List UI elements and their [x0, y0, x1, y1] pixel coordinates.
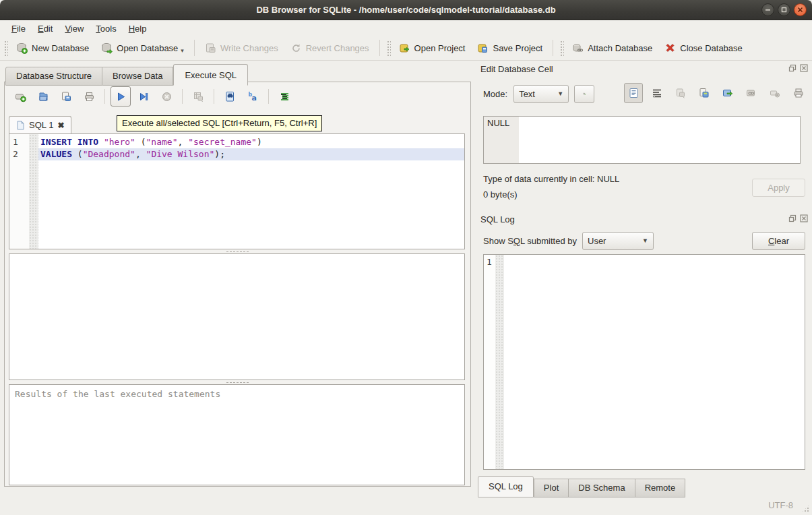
new-sql-tab-button[interactable]	[10, 86, 30, 107]
export-cell-data-button[interactable]	[695, 83, 714, 103]
word-wrap-button[interactable]	[648, 83, 666, 103]
open-project-button[interactable]: Open Project	[393, 39, 472, 57]
save-sql-file-button[interactable]	[56, 86, 76, 107]
toolbar-drag-handle[interactable]	[386, 40, 391, 56]
print-button[interactable]	[79, 86, 99, 107]
tab-database-structure[interactable]: Database Structure	[5, 67, 102, 86]
float-icon	[788, 64, 797, 72]
results-grid[interactable]	[9, 253, 465, 380]
sql-tab-close-icon[interactable]: ✖	[57, 121, 64, 130]
edit-cell-title: Edit Database Cell	[475, 64, 553, 74]
format-sql-button[interactable]	[274, 86, 294, 107]
write-changes-icon	[205, 42, 216, 54]
sql-log-view[interactable]: 1	[483, 254, 805, 470]
edit-cell-dock-header[interactable]: Edit Database Cell	[475, 62, 812, 75]
maximize-button[interactable]	[778, 3, 790, 16]
copy-link-button	[742, 83, 761, 103]
execute-current-line-button[interactable]	[133, 86, 154, 107]
code-line-1: INSERT INTO "hero" ("name", "secret_name…	[38, 136, 464, 148]
menu-view[interactable]: View	[59, 22, 90, 35]
minimize-button[interactable]	[761, 3, 774, 16]
gear-refresh-icon	[583, 88, 586, 99]
save-as-icon	[699, 88, 710, 98]
close-database-button[interactable]: Close Database	[658, 39, 749, 57]
titlebar[interactable]: DB Browser for SQLite - /home/user/code/…	[0, 0, 812, 20]
fold-margin	[29, 134, 38, 249]
encoding-indicator[interactable]: UTF-8	[768, 500, 793, 510]
save-results-icon	[193, 91, 204, 102]
results-message-area[interactable]: Results of the last executed statements	[9, 384, 465, 485]
float-dock-button[interactable]	[788, 63, 797, 73]
close-dock-icon	[800, 214, 808, 222]
autocomplete-button[interactable]: b a	[243, 86, 263, 107]
save-project-label: Save Project	[493, 43, 542, 53]
float-dock-button[interactable]	[788, 214, 797, 223]
link-icon	[746, 88, 757, 98]
toolbar-drag-handle[interactable]	[559, 40, 564, 56]
open-database-dropdown-arrow[interactable]: ▾	[181, 47, 184, 54]
open-database-label: Open Database	[117, 43, 178, 53]
save-sql-file-icon	[61, 91, 72, 102]
toolbar-separator	[182, 89, 183, 104]
text-mode-button[interactable]	[624, 83, 643, 103]
menu-tools[interactable]: Tools	[90, 22, 122, 35]
window-title: DB Browser for SQLite - /home/user/code/…	[256, 5, 555, 15]
sql-log-filter-row: Show SQL submitted by User ▼ Clear	[483, 231, 805, 251]
close-button[interactable]	[794, 3, 807, 16]
menu-edit[interactable]: Edit	[32, 22, 59, 35]
open-sql-file-button[interactable]	[33, 86, 53, 107]
clear-label: Clear	[768, 236, 789, 246]
import-icon	[675, 88, 686, 98]
format-sql-icon	[279, 91, 290, 102]
toolbar-separator	[553, 40, 553, 56]
menu-file[interactable]: File	[5, 22, 32, 35]
resize-grip[interactable]	[801, 504, 810, 513]
splitter-dots-icon	[226, 251, 249, 253]
open-in-external-button[interactable]	[718, 83, 737, 103]
log-fold-margin	[495, 255, 504, 469]
log-line-number: 1	[487, 257, 492, 267]
execute-tooltip: Execute all/selected SQL [Ctrl+Return, F…	[117, 115, 322, 131]
log-text-area[interactable]	[504, 255, 805, 469]
window-controls	[761, 3, 807, 16]
float-icon	[788, 214, 797, 222]
maximize-icon	[781, 7, 787, 13]
tab-execute-sql[interactable]: Execute SQL	[173, 64, 248, 86]
auto-apply-button[interactable]	[574, 85, 594, 103]
app-window: DB Browser for SQLite - /home/user/code/…	[0, 0, 812, 515]
execute-all-button[interactable]	[111, 86, 131, 107]
toolbar-drag-handle[interactable]	[3, 40, 8, 56]
mode-select[interactable]: Text ▼	[513, 85, 569, 103]
attach-database-icon	[572, 42, 584, 54]
stop-execution-icon	[161, 91, 173, 102]
print-cell-button[interactable]	[789, 83, 808, 103]
close-dock-button[interactable]	[799, 63, 809, 73]
find-in-sql-icon	[224, 91, 236, 102]
autocomplete-icon: b a	[247, 91, 259, 102]
save-project-button[interactable]: Save Project	[471, 39, 549, 57]
write-changes-label: Write Changes	[220, 43, 278, 53]
menu-help[interactable]: Help	[123, 22, 153, 35]
find-in-sql-button[interactable]	[220, 86, 240, 107]
sql-log-dock-header[interactable]: SQL Log	[475, 212, 812, 226]
tab-browse-data[interactable]: Browse Data	[102, 67, 173, 86]
line-number: 1	[9, 136, 29, 148]
attach-database-button[interactable]: Attach Database	[566, 39, 658, 57]
sql-tab[interactable]: SQL 1 ✖	[9, 116, 71, 134]
cell-value-editor[interactable]: NULL	[483, 116, 801, 164]
submitted-by-select[interactable]: User ▼	[582, 232, 654, 250]
sql-code-editor[interactable]: 1 2 INSERT INTO "hero" ("name", "secret_…	[9, 133, 465, 249]
stop-execution-button	[156, 86, 177, 107]
save-results-button	[188, 86, 208, 107]
clear-log-button[interactable]: Clear	[752, 232, 805, 250]
new-database-button[interactable]: New Database	[10, 39, 95, 57]
minimize-icon	[765, 7, 771, 13]
close-dock-button[interactable]	[799, 214, 809, 223]
set-null-button	[766, 83, 784, 103]
cell-edit-area[interactable]	[519, 117, 800, 163]
cell-type-info: Type of data currently in cell: NULL	[483, 174, 619, 184]
code-area[interactable]: INSERT INTO "hero" ("name", "secret_name…	[38, 134, 464, 249]
open-database-button[interactable]: Open Database ▾	[95, 39, 190, 57]
line-number-gutter: 1 2	[9, 134, 29, 249]
new-database-label: New Database	[32, 43, 89, 53]
